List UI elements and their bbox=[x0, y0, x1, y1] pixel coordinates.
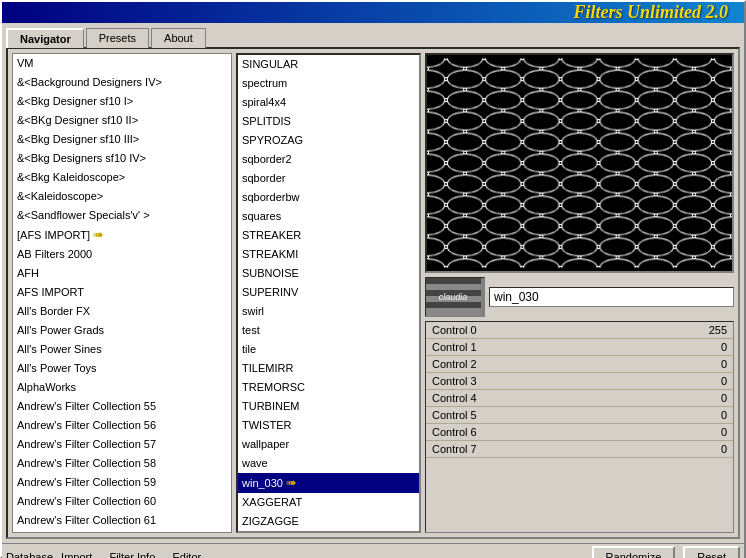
left-list-item[interactable]: &<Bkg Designers sf10 IV> bbox=[13, 149, 231, 168]
left-list-item[interactable]: &<Bkg Designer sf10 I> bbox=[13, 92, 231, 111]
control-label: Control 6 bbox=[426, 424, 626, 441]
control-value: 0 bbox=[626, 407, 733, 424]
filter-list-item[interactable]: wave bbox=[238, 454, 419, 473]
filter-list-item[interactable]: sqborder bbox=[238, 169, 419, 188]
tab-presets[interactable]: Presets bbox=[86, 28, 149, 48]
svg-rect-22 bbox=[427, 58, 732, 268]
control-value: 0 bbox=[626, 441, 733, 458]
right-panel: claudia win_030 Control 0255Control 10Co… bbox=[425, 53, 734, 533]
reset-button[interactable]: Reset bbox=[683, 546, 740, 558]
control-value: 0 bbox=[626, 356, 733, 373]
control-row: Control 50 bbox=[426, 407, 733, 424]
filter-info-link[interactable]: Filter Info... bbox=[109, 551, 164, 558]
filter-list-item[interactable]: SINGULAR bbox=[238, 55, 419, 74]
left-list-item[interactable]: Andrew's Filter Collection 60 bbox=[13, 492, 231, 511]
control-row: Control 30 bbox=[426, 373, 733, 390]
control-label: Control 1 bbox=[426, 339, 626, 356]
filter-list-item[interactable]: spectrum bbox=[238, 74, 419, 93]
control-label: Control 5 bbox=[426, 407, 626, 424]
control-row: Control 60 bbox=[426, 424, 733, 441]
left-list-item[interactable]: &<Bkg Kaleidoscope> bbox=[13, 168, 231, 187]
filter-list-item[interactable]: SUPERINV bbox=[238, 283, 419, 302]
svg-rect-29 bbox=[426, 308, 481, 314]
filter-list-item[interactable]: wallpaper bbox=[238, 435, 419, 454]
left-list-item[interactable]: AFS IMPORT bbox=[13, 283, 231, 302]
filter-list-item[interactable]: TURBINEM bbox=[238, 397, 419, 416]
left-list-item[interactable]: Andrew's Filter Collection 59 bbox=[13, 473, 231, 492]
filter-name-bar: claudia win_030 bbox=[425, 277, 734, 317]
left-list-item[interactable]: Andrew's Filter Collection 58 bbox=[13, 454, 231, 473]
control-label: Control 7 bbox=[426, 441, 626, 458]
control-row: Control 20 bbox=[426, 356, 733, 373]
filter-list-item[interactable]: sqborderbw bbox=[238, 188, 419, 207]
left-list-item[interactable]: &<Background Designers IV> bbox=[13, 73, 231, 92]
filter-list-item[interactable]: TWISTER bbox=[238, 416, 419, 435]
control-row: Control 70 bbox=[426, 441, 733, 458]
filter-thumbnail: claudia bbox=[425, 277, 485, 317]
control-value: 0 bbox=[626, 373, 733, 390]
category-panel: VM&<Background Designers IV>&<Bkg Design… bbox=[12, 53, 232, 533]
filter-list-item[interactable]: XAGGERAT bbox=[238, 493, 419, 512]
svg-text:claudia: claudia bbox=[439, 292, 468, 302]
left-list-item[interactable]: AB Filters 2000 bbox=[13, 245, 231, 264]
left-list-item[interactable]: All's Border FX bbox=[13, 302, 231, 321]
controls-table: Control 0255Control 10Control 20Control … bbox=[426, 322, 733, 458]
filter-list-item[interactable]: swirl bbox=[238, 302, 419, 321]
filter-panel: SINGULARspectrumspiral4x4SPLITDISSPYROZA… bbox=[236, 53, 421, 533]
filter-list-item[interactable]: TREMORSC bbox=[238, 378, 419, 397]
editor-link[interactable]: Editor... bbox=[172, 551, 209, 558]
left-list-item[interactable]: VM bbox=[13, 54, 231, 73]
tab-navigator[interactable]: Navigator bbox=[6, 28, 84, 48]
filter-list-item[interactable]: sqborder2 bbox=[238, 150, 419, 169]
control-label: Control 2 bbox=[426, 356, 626, 373]
control-value: 0 bbox=[626, 424, 733, 441]
control-row: Control 40 bbox=[426, 390, 733, 407]
database-link[interactable]: Database bbox=[6, 551, 53, 558]
filter-list-item[interactable]: STREAKER bbox=[238, 226, 419, 245]
import-link[interactable]: Import... bbox=[61, 551, 101, 558]
filter-list[interactable]: SINGULARspectrumspiral4x4SPLITDISSPYROZA… bbox=[238, 55, 419, 531]
filter-list-item[interactable]: STREAKMI bbox=[238, 245, 419, 264]
filter-list-item[interactable]: squares bbox=[238, 207, 419, 226]
left-list-item[interactable]: [AFS IMPORT] ➠ bbox=[13, 225, 231, 245]
filter-list-item[interactable]: test bbox=[238, 321, 419, 340]
svg-rect-24 bbox=[426, 278, 481, 284]
left-list-item[interactable]: AlphaWorks bbox=[13, 378, 231, 397]
filter-list-item[interactable]: SUBNOISE bbox=[238, 264, 419, 283]
main-content: VM&<Background Designers IV>&<Bkg Design… bbox=[6, 47, 740, 539]
filter-list-item[interactable]: tile bbox=[238, 340, 419, 359]
filter-list-item[interactable]: win_030 ➠ bbox=[238, 473, 419, 493]
control-label: Control 3 bbox=[426, 373, 626, 390]
filter-list-item[interactable]: spiral4x4 bbox=[238, 93, 419, 112]
tab-bar: Navigator Presets About bbox=[2, 23, 744, 47]
left-list-item[interactable]: Andrew's Filter Collection 55 bbox=[13, 397, 231, 416]
left-list-item[interactable]: All's Power Sines bbox=[13, 340, 231, 359]
action-bar: Database Import... Filter Info... Editor… bbox=[2, 543, 744, 558]
svg-rect-25 bbox=[426, 284, 481, 290]
control-value: 255 bbox=[626, 322, 733, 339]
left-list-item[interactable]: &<BKg Designer sf10 II> bbox=[13, 111, 231, 130]
left-list-item[interactable]: &<Sandflower Specials'v' > bbox=[13, 206, 231, 225]
left-list-item[interactable]: &<Kaleidoscope> bbox=[13, 187, 231, 206]
tab-about[interactable]: About bbox=[151, 28, 206, 48]
left-list-item[interactable]: Andrew's Filter Collection 57 bbox=[13, 435, 231, 454]
filter-name-display: win_030 bbox=[489, 287, 734, 307]
left-list-item[interactable]: &<Bkg Designer sf10 III> bbox=[13, 130, 231, 149]
filter-list-item[interactable]: TILEMIRR bbox=[238, 359, 419, 378]
filter-list-item[interactable]: SPLITDIS bbox=[238, 112, 419, 131]
preview-pattern bbox=[427, 55, 732, 271]
control-row: Control 0255 bbox=[426, 322, 733, 339]
control-label: Control 0 bbox=[426, 322, 626, 339]
left-list-item[interactable]: Andrew's Filter Collection 56 bbox=[13, 416, 231, 435]
main-window: Filters Unlimited 2.0 Navigator Presets … bbox=[0, 0, 746, 558]
randomize-button[interactable]: Randomize bbox=[592, 546, 676, 558]
filter-list-item[interactable]: SPYROZAG bbox=[238, 131, 419, 150]
control-value: 0 bbox=[626, 390, 733, 407]
left-list-item[interactable]: AFH bbox=[13, 264, 231, 283]
filter-list-item[interactable]: ZIGZAGGE bbox=[238, 512, 419, 531]
left-list-item[interactable]: All's Power Grads bbox=[13, 321, 231, 340]
category-list[interactable]: VM&<Background Designers IV>&<Bkg Design… bbox=[13, 54, 231, 532]
left-list-item[interactable]: Andrew's Filter Collection 61 bbox=[13, 511, 231, 530]
left-list-item[interactable]: All's Power Toys bbox=[13, 359, 231, 378]
svg-rect-28 bbox=[426, 302, 481, 308]
